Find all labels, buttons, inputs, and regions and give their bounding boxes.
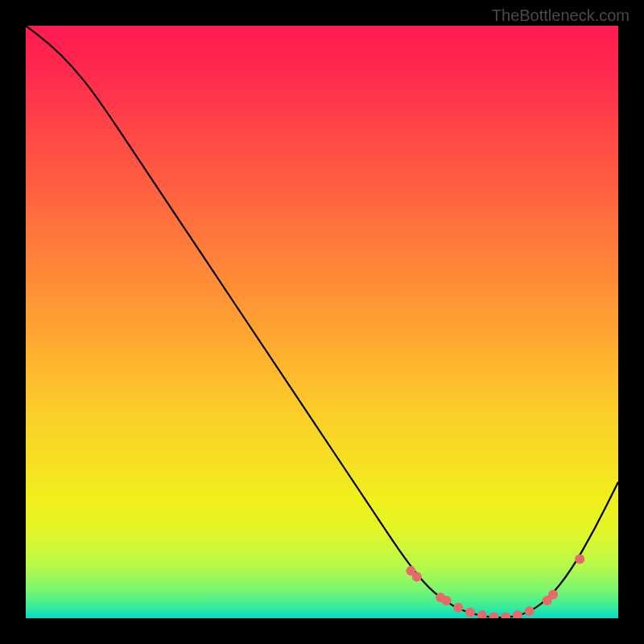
marker-dot xyxy=(477,610,487,618)
marker-dot xyxy=(465,608,475,617)
marker-dot xyxy=(501,613,510,618)
chart-plot-area xyxy=(26,26,618,618)
marker-dot xyxy=(513,610,522,618)
marker-dot xyxy=(442,596,452,605)
curve-line xyxy=(26,26,618,617)
marker-dot xyxy=(489,613,498,618)
marker-dot xyxy=(453,603,463,613)
marker-dot xyxy=(548,590,558,600)
marker-dot xyxy=(412,572,422,581)
chart-svg xyxy=(26,26,618,618)
watermark-text: TheBottleneck.com xyxy=(492,6,630,25)
marker-dot xyxy=(525,606,535,616)
marker-dot xyxy=(575,554,584,564)
